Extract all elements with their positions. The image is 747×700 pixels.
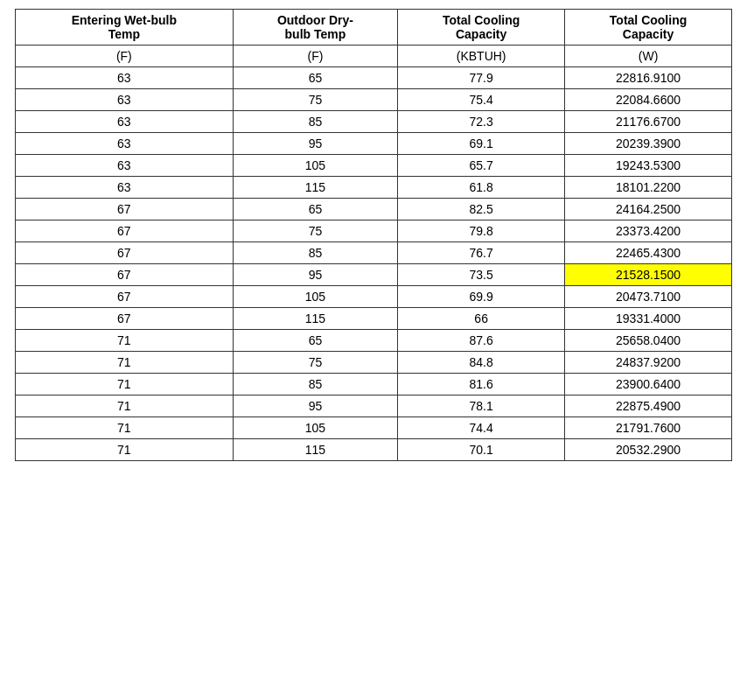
cell-kbtuh: 61.8 — [398, 177, 565, 199]
cell-drybulb: 65 — [233, 330, 398, 352]
cell-wetbulb: 63 — [16, 177, 234, 199]
table-row: 676582.524164.2500 — [16, 199, 732, 220]
cell-watts: 21176.6700 — [565, 111, 732, 133]
table-row: 6710569.920473.7100 — [16, 286, 732, 308]
cell-kbtuh: 70.1 — [398, 439, 565, 461]
cell-drybulb: 115 — [233, 308, 398, 330]
table-row: 638572.321176.6700 — [16, 111, 732, 133]
cell-kbtuh: 79.8 — [398, 220, 565, 242]
table-row: 678576.722465.4300 — [16, 242, 732, 264]
unit-drybulb: (F) — [233, 46, 398, 67]
cooling-capacity-table: Entering Wet-bulbTemp Outdoor Dry-bulb T… — [15, 9, 732, 461]
cell-watts: 21528.1500 — [565, 264, 732, 286]
header-drybulb: Outdoor Dry-bulb Temp — [233, 10, 398, 46]
cell-wetbulb: 67 — [16, 220, 234, 242]
table-row: 718581.623900.6400 — [16, 374, 732, 396]
cell-drybulb: 65 — [233, 67, 398, 89]
cell-wetbulb: 67 — [16, 308, 234, 330]
cell-wetbulb: 71 — [16, 439, 234, 461]
unit-wetbulb: (F) — [16, 46, 234, 67]
cell-wetbulb: 63 — [16, 89, 234, 111]
cell-drybulb: 65 — [233, 199, 398, 220]
cell-kbtuh: 65.7 — [398, 155, 565, 177]
cell-kbtuh: 73.5 — [398, 264, 565, 286]
cell-wetbulb: 63 — [16, 111, 234, 133]
cell-watts: 23900.6400 — [565, 374, 732, 396]
cell-kbtuh: 77.9 — [398, 67, 565, 89]
cell-watts: 19243.5300 — [565, 155, 732, 177]
cell-drybulb: 85 — [233, 374, 398, 396]
cell-drybulb: 105 — [233, 286, 398, 308]
cell-wetbulb: 67 — [16, 199, 234, 220]
cell-watts: 24837.9200 — [565, 352, 732, 374]
header-kbtuh: Total CoolingCapacity — [398, 10, 565, 46]
table-row: 679573.521528.1500 — [16, 264, 732, 286]
cell-drybulb: 105 — [233, 155, 398, 177]
cell-kbtuh: 82.5 — [398, 199, 565, 220]
cell-wetbulb: 63 — [16, 155, 234, 177]
cell-drybulb: 75 — [233, 220, 398, 242]
cell-wetbulb: 67 — [16, 286, 234, 308]
cell-watts: 24164.2500 — [565, 199, 732, 220]
cell-drybulb: 75 — [233, 89, 398, 111]
cell-watts: 20239.3900 — [565, 133, 732, 155]
table-row: 637575.422084.6600 — [16, 89, 732, 111]
cell-watts: 18101.2200 — [565, 177, 732, 199]
cell-watts: 21791.7600 — [565, 417, 732, 439]
cell-watts: 19331.4000 — [565, 308, 732, 330]
cell-wetbulb: 71 — [16, 417, 234, 439]
table-row: 636577.922816.9100 — [16, 67, 732, 89]
unit-watts: (W) — [565, 46, 732, 67]
cell-drybulb: 105 — [233, 417, 398, 439]
cell-kbtuh: 76.7 — [398, 242, 565, 264]
cell-watts: 22875.4900 — [565, 396, 732, 417]
cell-kbtuh: 72.3 — [398, 111, 565, 133]
cell-watts: 20532.2900 — [565, 439, 732, 461]
cell-drybulb: 115 — [233, 177, 398, 199]
cell-watts: 25658.0400 — [565, 330, 732, 352]
cell-drybulb: 95 — [233, 133, 398, 155]
cell-drybulb: 95 — [233, 264, 398, 286]
table-row: 671156619331.4000 — [16, 308, 732, 330]
cell-kbtuh: 81.6 — [398, 374, 565, 396]
unit-kbtuh: (KBTUH) — [398, 46, 565, 67]
cell-drybulb: 85 — [233, 111, 398, 133]
cell-wetbulb: 71 — [16, 352, 234, 374]
cell-watts: 20473.7100 — [565, 286, 732, 308]
cell-kbtuh: 84.8 — [398, 352, 565, 374]
table-row: 719578.122875.4900 — [16, 396, 732, 417]
cell-kbtuh: 66 — [398, 308, 565, 330]
cell-kbtuh: 87.6 — [398, 330, 565, 352]
cell-wetbulb: 67 — [16, 242, 234, 264]
cell-drybulb: 95 — [233, 396, 398, 417]
cell-kbtuh: 78.1 — [398, 396, 565, 417]
cell-wetbulb: 71 — [16, 374, 234, 396]
header-watts: Total CoolingCapacity — [565, 10, 732, 46]
cell-drybulb: 75 — [233, 352, 398, 374]
cell-drybulb: 115 — [233, 439, 398, 461]
cell-watts: 22084.6600 — [565, 89, 732, 111]
cell-wetbulb: 71 — [16, 396, 234, 417]
cell-watts: 23373.4200 — [565, 220, 732, 242]
table-row: 717584.824837.9200 — [16, 352, 732, 374]
cell-wetbulb: 71 — [16, 330, 234, 352]
cell-kbtuh: 69.1 — [398, 133, 565, 155]
table-row: 6311561.818101.2200 — [16, 177, 732, 199]
table-row: 716587.625658.0400 — [16, 330, 732, 352]
cell-kbtuh: 74.4 — [398, 417, 565, 439]
table-row: 677579.823373.4200 — [16, 220, 732, 242]
table-row: 639569.120239.3900 — [16, 133, 732, 155]
cell-wetbulb: 63 — [16, 67, 234, 89]
cell-watts: 22465.4300 — [565, 242, 732, 264]
cell-watts: 22816.9100 — [565, 67, 732, 89]
table-row: 7111570.120532.2900 — [16, 439, 732, 461]
cell-wetbulb: 63 — [16, 133, 234, 155]
header-wetbulb: Entering Wet-bulbTemp — [16, 10, 234, 46]
cell-wetbulb: 67 — [16, 264, 234, 286]
table-row: 6310565.719243.5300 — [16, 155, 732, 177]
cell-kbtuh: 75.4 — [398, 89, 565, 111]
table-row: 7110574.421791.7600 — [16, 417, 732, 439]
cell-drybulb: 85 — [233, 242, 398, 264]
cell-kbtuh: 69.9 — [398, 286, 565, 308]
